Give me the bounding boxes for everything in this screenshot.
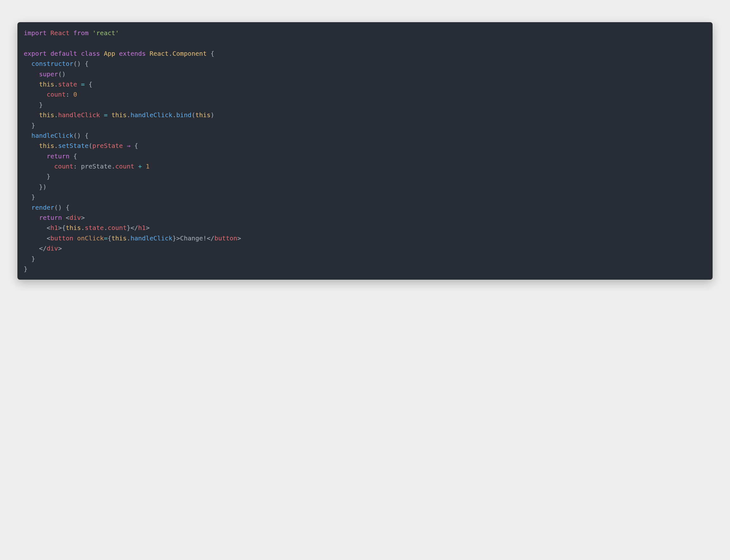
code-token: this [39, 111, 54, 119]
code-token [24, 162, 54, 170]
code-token: button [214, 234, 237, 242]
code-token [24, 214, 39, 221]
code-token: }) [24, 183, 47, 191]
code-token: () { [54, 204, 69, 211]
code-token [100, 111, 104, 119]
code-token [108, 111, 111, 119]
code-token: . [173, 111, 176, 119]
code-token: { [108, 234, 111, 242]
code-line: return <div> [24, 213, 706, 223]
code-token: export [24, 50, 47, 57]
code-token: : [73, 162, 81, 170]
code-token: return [47, 152, 69, 160]
code-token [142, 162, 146, 170]
code-line: export default class App extends React.C… [24, 48, 706, 59]
code-token: handleClick [130, 234, 172, 242]
code-token: from [73, 29, 89, 37]
code-line: this.handleClick = this.handleClick.bind… [24, 110, 706, 120]
code-line: } [24, 264, 706, 274]
code-token: . [127, 111, 130, 119]
code-token: > [58, 245, 62, 252]
code-token: } [24, 173, 50, 180]
code-line: </div> [24, 243, 706, 253]
code-token: > [237, 234, 241, 242]
code-token [24, 152, 47, 160]
code-token: { [70, 152, 77, 160]
code-token [24, 142, 39, 150]
code-token: state [58, 80, 77, 88]
code-token: . [54, 111, 58, 119]
code-token: </ [207, 234, 214, 242]
code-token: import [24, 29, 47, 37]
code-token: < [24, 224, 50, 232]
code-line: <button onClick={this.handleClick}>Chang… [24, 233, 706, 243]
code-token: }> [173, 234, 180, 242]
code-token [134, 162, 138, 170]
code-token: Change! [180, 234, 207, 242]
code-token: : [66, 91, 73, 98]
code-token: . [54, 142, 58, 150]
code-token: this [66, 224, 81, 232]
code-token: this [195, 111, 211, 119]
code-token [100, 50, 104, 57]
code-line: count: preState.count + 1 [24, 161, 706, 171]
code-token: { [130, 142, 138, 150]
code-token: = [81, 80, 85, 88]
code-token: button [50, 234, 73, 242]
code-token: setState [58, 142, 88, 150]
code-token: preState [92, 142, 123, 150]
code-token [24, 91, 47, 98]
code-line: this.state = { [24, 79, 706, 89]
code-token: handleClick [130, 111, 172, 119]
code-token: } [24, 122, 35, 129]
code-token: = [104, 234, 108, 242]
code-line: } [24, 171, 706, 181]
code-token: </ [24, 245, 47, 252]
code-token: . [104, 224, 108, 232]
code-token: 0 [73, 91, 77, 98]
code-line: render() { [24, 202, 706, 213]
code-line: super() [24, 69, 706, 79]
code-line [24, 38, 706, 48]
code-token: render [31, 204, 54, 211]
code-token: = [104, 111, 108, 119]
code-token: count [115, 162, 134, 170]
code-line: this.setState(preState ⇒ { [24, 141, 706, 151]
code-token: }</ [127, 224, 138, 232]
code-token: } [24, 193, 35, 201]
code-token: handleClick [31, 132, 73, 139]
code-token: . [127, 234, 130, 242]
code-token: extends [119, 50, 146, 57]
code-token: () { [73, 132, 89, 139]
code-token: . [54, 80, 58, 88]
code-token: React [50, 29, 69, 37]
code-token [70, 29, 73, 37]
code-token [146, 50, 149, 57]
code-token: < [24, 234, 50, 242]
code-token: this [39, 142, 54, 150]
code-token: div [47, 245, 58, 252]
code-token [24, 70, 39, 78]
code-token [24, 60, 31, 67]
code-token: count [108, 224, 127, 232]
code-token: } [24, 265, 28, 273]
code-token: + [138, 162, 142, 170]
code-token [115, 50, 119, 57]
code-token: preState [81, 162, 111, 170]
code-token: 1 [146, 162, 149, 170]
code-token: h1 [50, 224, 58, 232]
code-token: () [58, 70, 66, 78]
code-token: ⇒ [127, 142, 130, 150]
code-line: return { [24, 151, 706, 161]
code-block: import React from 'react' export default… [17, 22, 713, 280]
code-token: { [85, 80, 92, 88]
code-token: this [39, 80, 54, 88]
code-token: () { [73, 60, 89, 67]
code-token [47, 50, 50, 57]
code-token: constructor [31, 60, 73, 67]
code-token: { [207, 50, 214, 57]
code-token: onClick [77, 234, 104, 242]
code-token: > [146, 224, 149, 232]
code-token: this [111, 234, 127, 242]
code-line: } [24, 254, 706, 264]
